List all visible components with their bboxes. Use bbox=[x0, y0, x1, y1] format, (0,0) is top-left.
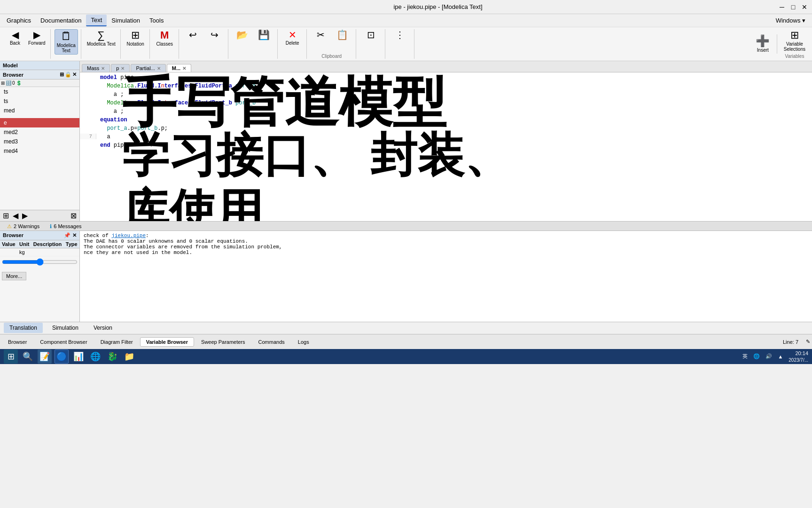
save-button[interactable]: 💾 bbox=[254, 29, 274, 40]
translation-tab[interactable]: Translation bbox=[4, 323, 43, 333]
file-group: 📂 💾 bbox=[229, 29, 278, 59]
sidebar-item-med4[interactable]: med4 bbox=[0, 146, 79, 156]
sidebar-item-e[interactable]: e bbox=[0, 118, 79, 127]
start-button[interactable]: ⊞ bbox=[4, 349, 18, 364]
sidebar-nav-icon3[interactable]: ▶ bbox=[20, 211, 30, 220]
table-row[interactable]: kg bbox=[0, 248, 79, 256]
tab-mass[interactable]: Mass ✕ bbox=[82, 64, 110, 72]
filter-grid-icon[interactable]: ⊞ bbox=[60, 71, 64, 78]
minimize-button[interactable]: ─ bbox=[778, 3, 786, 11]
messages-tab[interactable]: ℹ 6 Messages bbox=[45, 222, 86, 230]
browser-label: Browser bbox=[3, 72, 23, 78]
var-slider[interactable] bbox=[2, 258, 78, 266]
sidebar-item-med2[interactable]: med2 bbox=[0, 127, 79, 137]
sidebar-item-ts2[interactable]: ts bbox=[0, 96, 79, 106]
classes-button[interactable]: ⊞ Notation bbox=[125, 29, 146, 48]
sidebar-item-med[interactable]: med bbox=[0, 106, 79, 115]
var-pin-icon[interactable]: 📌 bbox=[64, 232, 70, 238]
model-label: Model bbox=[3, 63, 18, 68]
menu-simulation[interactable]: Simulation bbox=[107, 15, 145, 26]
sidebar-nav-icon1[interactable]: ⊞ bbox=[1, 211, 11, 220]
nav-variable-browser[interactable]: Variable Browser bbox=[140, 337, 194, 347]
insert-button[interactable]: ➕ Insert bbox=[752, 34, 773, 54]
editor-tab-bar: Mass ✕ p ✕ Partial... ✕ M... ✕ bbox=[80, 61, 812, 72]
nav-component-browser[interactable]: Component Browser bbox=[34, 337, 93, 347]
input-method[interactable]: 英 bbox=[742, 353, 748, 360]
back-button[interactable]: ◀ Back bbox=[5, 29, 25, 47]
sidebar-item-ts1[interactable]: ts bbox=[0, 87, 79, 96]
taskbar-app5[interactable]: 🐉 bbox=[105, 349, 119, 364]
classes-icon: ⊞ bbox=[131, 30, 140, 40]
copy-button[interactable]: 📋 bbox=[332, 29, 353, 40]
delete-button[interactable]: ✕ Delete bbox=[282, 29, 303, 47]
nav-browser[interactable]: Browser bbox=[2, 337, 33, 347]
messages-panel: check of jiekou.pipe: The DAE has 0 scal… bbox=[80, 231, 812, 322]
redo-icon: ↪ bbox=[211, 30, 219, 40]
tab-m[interactable]: M... ✕ bbox=[167, 64, 191, 72]
sidebar-nav-icon2[interactable]: ◀ bbox=[11, 211, 20, 220]
nav-sweep-parameters[interactable]: Sweep Parameters bbox=[195, 337, 251, 347]
tab-p-close[interactable]: ✕ bbox=[121, 66, 125, 71]
undo-icon: ↩ bbox=[189, 30, 197, 40]
notation-button[interactable]: ∑ Modelica Text bbox=[85, 29, 117, 48]
modelica-text-button[interactable]: 🗒 ModelicaText bbox=[55, 29, 78, 55]
nav-group: ◀ Back ▶ Forward bbox=[2, 29, 51, 59]
windows-button[interactable]: Windows ▾ bbox=[771, 15, 810, 26]
close-button[interactable]: ✕ bbox=[801, 3, 808, 11]
menu-graphics[interactable]: Graphics bbox=[2, 15, 36, 26]
sidebar-item-med3[interactable]: med3 bbox=[0, 137, 79, 146]
var-close-icon[interactable]: ✕ bbox=[72, 232, 77, 238]
open-button[interactable]: 📂 bbox=[232, 29, 253, 40]
col-unit: Unit bbox=[17, 240, 31, 248]
code-editor[interactable]: model pipe Modelica.Fluid.Interfaces.Flu… bbox=[80, 72, 812, 221]
tab-partial-close[interactable]: ✕ bbox=[157, 66, 161, 71]
taskbar-search[interactable]: 🔍 bbox=[21, 349, 35, 364]
undo-button[interactable]: ↩ bbox=[183, 29, 203, 40]
tab-m-close[interactable]: ✕ bbox=[182, 66, 186, 71]
more-button[interactable]: ⋮ bbox=[390, 29, 410, 40]
menu-tools[interactable]: Tools bbox=[145, 15, 168, 26]
version-tab[interactable]: Version bbox=[88, 323, 118, 333]
select-all-button[interactable]: ⊡ bbox=[360, 29, 381, 40]
taskbar-app4[interactable]: 🌐 bbox=[88, 349, 102, 364]
tab-partial[interactable]: Partial... ✕ bbox=[131, 64, 165, 72]
taskbar-app2[interactable]: 🔵 bbox=[55, 349, 69, 364]
delete-group: ✕ Delete bbox=[279, 29, 307, 59]
taskbar-app1[interactable]: 📝 bbox=[38, 349, 52, 364]
back-icon: ◀ bbox=[12, 30, 19, 40]
warnings-tab[interactable]: ⚠ 2 Warnings bbox=[2, 222, 45, 230]
code-line-5: a ; bbox=[80, 108, 812, 117]
maximize-button[interactable]: □ bbox=[789, 3, 797, 11]
redo-button[interactable]: ↪ bbox=[204, 29, 225, 40]
sidebar-icon4: 💲 bbox=[16, 80, 22, 86]
nav-logs[interactable]: Logs bbox=[292, 337, 315, 347]
volume-icon: 🔊 bbox=[765, 353, 772, 359]
simulation-tab[interactable]: Simulation bbox=[47, 323, 84, 333]
more-button[interactable]: More... bbox=[2, 272, 26, 280]
date-display: 2023/7/... bbox=[789, 357, 808, 363]
taskbar-app3[interactable]: 📊 bbox=[71, 349, 86, 364]
menu-documentation[interactable]: Documentation bbox=[36, 15, 86, 26]
forward-icon: ▶ bbox=[33, 30, 40, 40]
line-info: Line: 7 bbox=[783, 339, 798, 345]
cell-type bbox=[64, 248, 79, 256]
cut-button[interactable]: ✂ bbox=[311, 29, 331, 40]
jiekou-link[interactable]: jiekou.pipe bbox=[111, 233, 146, 238]
modelica2-button[interactable]: M Classes bbox=[154, 29, 175, 48]
menu-text[interactable]: Text bbox=[86, 15, 107, 26]
bottom-area: ⚠ 2 Warnings ℹ 6 Messages Browser 📌 ✕ bbox=[0, 221, 812, 334]
sidebar-nav-icon4[interactable]: ⊠ bbox=[69, 211, 78, 220]
taskbar-app6[interactable]: 📁 bbox=[122, 349, 136, 364]
code-line-4: Modelica.Fluid.Interfaces.FluidPort_b po… bbox=[80, 100, 812, 108]
forward-button[interactable]: ▶ Forward bbox=[26, 29, 47, 47]
nav-commands[interactable]: Commands bbox=[252, 337, 291, 347]
info-icon: ℹ bbox=[50, 223, 52, 230]
chevron-icon[interactable]: ▲ bbox=[778, 354, 783, 359]
filter-close-icon[interactable]: ✕ bbox=[72, 71, 77, 78]
tab-p[interactable]: p ✕ bbox=[111, 64, 130, 72]
tab-mass-close[interactable]: ✕ bbox=[101, 66, 105, 71]
nav-diagram-filter[interactable]: Diagram Filter bbox=[94, 337, 139, 347]
variable-selections-button[interactable]: ⊞ VariableSelections bbox=[782, 29, 807, 53]
filter-lock-icon[interactable]: 🔒 bbox=[65, 71, 71, 78]
classes-group: ⊞ Notation bbox=[122, 29, 150, 59]
